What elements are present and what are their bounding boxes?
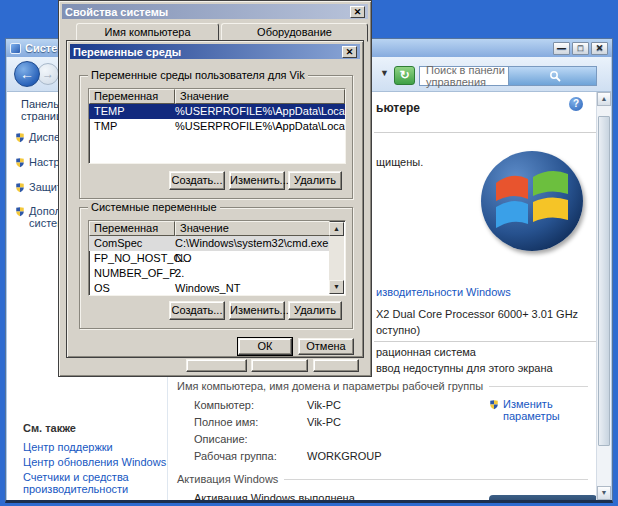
user-new-button[interactable]: Создать... (169, 171, 225, 190)
table-row[interactable]: NUMBER_OF_P... 2 (89, 266, 330, 281)
scroll-down-icon[interactable]: ▼ (329, 280, 344, 294)
user-variables-table[interactable]: Переменная Значение TEMP %USERPROFILE%\A… (88, 88, 346, 164)
pen-touch-fragment: ввод недоступны для этого экрана (376, 362, 553, 374)
close-button[interactable]: ✕ (591, 42, 608, 55)
uac-shield-icon (489, 399, 499, 410)
system-new-button[interactable]: Создать... (169, 301, 225, 320)
hidden-ok-button[interactable] (186, 359, 247, 372)
cancel-button[interactable]: Отмена (298, 338, 354, 355)
help-icon[interactable]: ? (569, 97, 583, 111)
computer-name-section-header: Имя компьютера, имя домена и параметры р… (177, 380, 588, 392)
user-delete-button[interactable]: Удалить (288, 171, 342, 190)
maximize-button[interactable]: □ (572, 42, 589, 55)
system-variables-group-label: Системные переменные (88, 201, 220, 213)
table-row[interactable]: OS Windows_NT (89, 281, 330, 296)
table-header[interactable]: Переменная Значение (89, 221, 330, 236)
row-value: Vik-PC (307, 399, 341, 411)
column-variable[interactable]: Переменная (89, 89, 175, 104)
scroll-up-icon[interactable]: ▲ (329, 222, 344, 236)
uac-shield-icon (15, 157, 25, 168)
table-row[interactable]: FP_NO_HOST_C... NO (89, 251, 330, 266)
main-scrollbar[interactable]: ▲ ▼ (596, 92, 611, 500)
memory-fragment: оступно) (376, 324, 420, 336)
hidden-cancel-button[interactable] (251, 359, 308, 372)
back-button[interactable]: ← (14, 61, 40, 87)
sidebar-link-windows-update[interactable]: Центр обновления Windows (23, 456, 166, 468)
column-variable[interactable]: Переменная (89, 221, 175, 236)
system-type-fragment: рационная система (376, 346, 476, 358)
dialog-title: Переменные среды (73, 46, 181, 58)
column-value[interactable]: Значение (175, 221, 330, 236)
search-button[interactable] (508, 67, 597, 85)
row-value: WORKGROUP (307, 450, 382, 462)
user-variables-group-label: Переменные среды пользователя для Vik (88, 69, 308, 81)
user-edit-button[interactable]: Изменить... (229, 171, 285, 190)
user-variables-group: Переменные среды пользователя для Vik Пе… (79, 75, 353, 199)
close-icon[interactable]: ✕ (350, 6, 365, 18)
system-edit-button[interactable]: Изменить... (229, 301, 285, 320)
list-scrollbar[interactable]: ▲ ▼ (329, 222, 344, 294)
search-icon (549, 70, 561, 82)
forward-button[interactable]: → (37, 63, 59, 85)
scrollbar-thumb[interactable] (598, 116, 610, 446)
hidden-apply-button[interactable] (313, 359, 359, 372)
row-label: Описание: (194, 433, 248, 445)
performance-index-link-fragment[interactable]: изводительности Windows (376, 286, 511, 298)
row-label: Полное имя: (194, 416, 258, 428)
row-label: Компьютер: (194, 399, 254, 411)
activation-section-header: Активация Windows (177, 473, 588, 485)
table-header[interactable]: Переменная Значение (89, 89, 345, 104)
heading-divider (374, 132, 596, 133)
system-properties-titlebar: Свойства системы ✕ (62, 4, 368, 19)
change-settings-link[interactable]: Изменить параметры (489, 398, 560, 422)
change-settings-label: Изменить (503, 398, 553, 410)
dialog-title: Свойства системы (65, 6, 168, 18)
column-value[interactable]: Значение (175, 89, 345, 104)
row-value: Vik-PC (307, 416, 341, 428)
uac-shield-icon (15, 182, 25, 193)
page-title-fragment: ьютере (376, 101, 420, 115)
system-delete-button[interactable]: Удалить (288, 301, 342, 320)
close-icon[interactable]: ✕ (342, 46, 357, 58)
scroll-down-icon[interactable]: ▼ (597, 486, 611, 500)
scroll-up-icon[interactable]: ▲ (597, 92, 611, 106)
system-variables-table[interactable]: Переменная Значение ComSpec C:\Windows\s… (88, 220, 346, 296)
system-variables-group: Системные переменные Переменная Значение… (79, 207, 353, 329)
windows-flag-icon (481, 151, 583, 251)
search-placeholder: Поиск в панели управления (420, 64, 508, 88)
change-settings-label-line2: параметры (503, 410, 560, 422)
ok-button[interactable]: ОК (238, 338, 292, 355)
section-divider (374, 341, 596, 342)
copyright-fragment: щищены. (376, 156, 423, 168)
activation-status-fragment: Активация Windows выполнена (194, 492, 355, 500)
row-label: Рабочая группа: (194, 450, 277, 462)
system-window-icon (10, 43, 21, 54)
table-row[interactable]: TEMP %USERPROFILE%\AppData\Local\Temp (89, 104, 345, 119)
sidebar-link-performance-counters[interactable]: Счетчики и средства производительности (23, 471, 147, 495)
see-also-header: См. также (23, 422, 76, 434)
processor-fragment: X2 Dual Core Processor 6000+ 3.01 GHz (376, 308, 578, 320)
sidebar-link-support-center[interactable]: Центр поддержки (23, 441, 113, 453)
uac-shield-icon (15, 206, 25, 217)
uac-shield-icon (15, 132, 25, 143)
search-input[interactable]: Поиск в панели управления (419, 66, 597, 86)
genuine-windows-logo (489, 495, 596, 500)
environment-variables-titlebar[interactable]: Переменные среды ✕ (70, 44, 360, 59)
address-dropdown-icon[interactable]: ▼ (380, 68, 389, 78)
windows-logo-icon (481, 151, 583, 251)
minimize-button[interactable]: — (553, 42, 570, 55)
table-row[interactable]: ComSpec C:\Windows\system32\cmd.exe (89, 236, 330, 251)
table-row[interactable]: TMP %USERPROFILE%\AppData\Local\Temp (89, 119, 345, 134)
environment-variables-dialog: Переменные среды ✕ Переменные среды поль… (66, 40, 364, 358)
refresh-button[interactable]: ↻ (394, 66, 415, 85)
